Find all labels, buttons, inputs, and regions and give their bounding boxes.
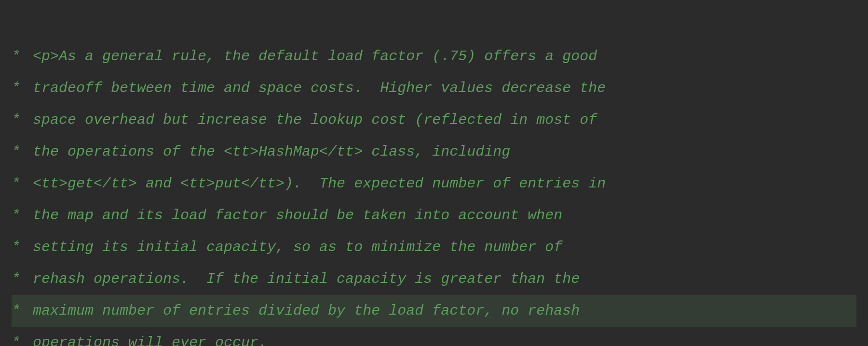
line-text: operations will ever occur. (24, 327, 267, 346)
line-text: the operations of the <tt>HashMap</tt> c… (24, 136, 510, 168)
line-text: the map and its load factor should be ta… (24, 200, 562, 231)
line-text: <tt>get</tt> and <tt>put</tt>). The expe… (24, 168, 606, 200)
comment-asterisk: * (12, 104, 20, 136)
code-viewer: * <p>As a general rule, the default load… (0, 0, 868, 346)
comment-asterisk: * (12, 40, 20, 72)
comment-asterisk: * (12, 136, 20, 168)
code-line: * rehash operations. If the initial capa… (12, 263, 856, 295)
comment-asterisk: * (12, 168, 20, 200)
comment-asterisk: * (12, 200, 20, 231)
code-line: * space overhead but increase the lookup… (12, 104, 856, 136)
code-line: * <p>As a general rule, the default load… (12, 40, 856, 72)
code-line: * the map and its load factor should be … (12, 200, 856, 231)
comment-asterisk: * (12, 231, 20, 263)
comment-asterisk: * (12, 72, 20, 104)
line-text: tradeoff between time and space costs. H… (24, 72, 606, 104)
code-line: * setting its initial capacity, so as to… (12, 231, 856, 263)
line-text: <p>As a general rule, the default load f… (24, 40, 597, 72)
comment-asterisk: * (12, 295, 20, 327)
line-text: setting its initial capacity, so as to m… (24, 231, 562, 263)
comment-asterisk: * (12, 327, 20, 346)
code-line: * operations will ever occur. (12, 327, 856, 346)
code-line: * the operations of the <tt>HashMap</tt>… (12, 136, 856, 168)
code-line: * maximum number of entries divided by t… (12, 295, 856, 327)
line-text: maximum number of entries divided by the… (24, 295, 580, 327)
code-line: * <tt>get</tt> and <tt>put</tt>). The ex… (12, 168, 856, 200)
comment-asterisk: * (12, 263, 20, 295)
code-line: * tradeoff between time and space costs.… (12, 72, 856, 104)
line-text: space overhead but increase the lookup c… (24, 104, 597, 136)
line-text: rehash operations. If the initial capaci… (24, 263, 580, 295)
